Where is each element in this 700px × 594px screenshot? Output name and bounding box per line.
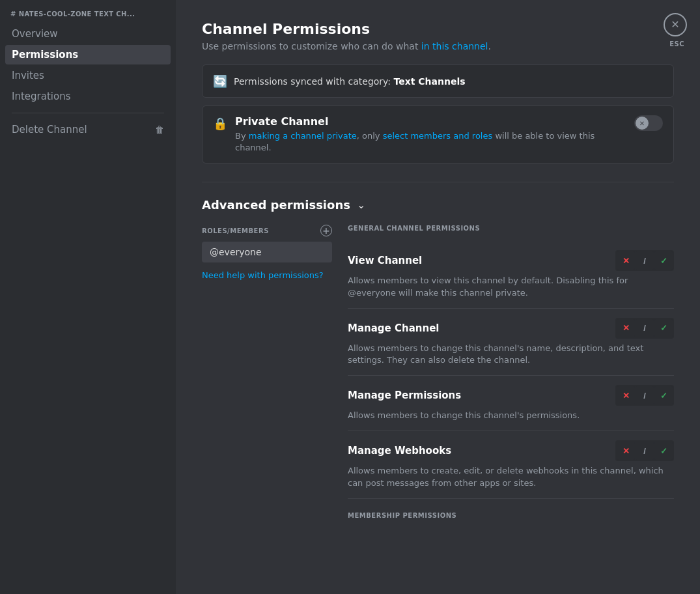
membership-permissions-label: MEMBERSHIP PERMISSIONS (348, 512, 674, 519)
perm-manage-channel-name: Manage Channel (348, 322, 439, 334)
perm-manage-webhooks-desc: Allows members to create, edit, or delet… (348, 465, 674, 488)
manage-channel-deny-button[interactable]: ✕ (617, 319, 635, 337)
manage-permissions-deny-button[interactable]: ✕ (617, 386, 635, 404)
permissions-list: GENERAL CHANNEL PERMISSIONS View Channel… (348, 225, 674, 518)
perm-manage-channel-buttons: ✕ / ✓ (615, 318, 674, 339)
private-channel-content: Private Channel By making a channel priv… (235, 115, 626, 154)
permissions-grid: ROLES/MEMBERS + @everyone Need help with… (202, 225, 674, 518)
perm-manage-permissions-row: Manage Permissions ✕ / ✓ (348, 385, 674, 406)
view-channel-deny-button[interactable]: ✕ (617, 251, 635, 270)
perm-view-channel-desc: Allows members to view this channel by d… (348, 275, 674, 298)
sidebar-item-permissions[interactable]: Permissions (5, 45, 171, 64)
perm-manage-webhooks: Manage Webhooks ✕ / ✓ Allows members to … (348, 431, 674, 498)
private-channel-title: Private Channel (235, 115, 626, 128)
general-channel-permissions-label: GENERAL CHANNEL PERMISSIONS (348, 225, 674, 232)
sidebar-item-label: Overview (12, 28, 58, 40)
sidebar-item-invites[interactable]: Invites (5, 66, 171, 85)
manage-webhooks-deny-button[interactable]: ✕ (617, 442, 635, 460)
close-button[interactable]: ✕ (664, 13, 687, 36)
perm-manage-channel-desc: Allows members to change this channel's … (348, 343, 674, 366)
main-content: ✕ ESC Channel Permissions Use permission… (176, 0, 700, 594)
manage-channel-neutral-button[interactable]: / (636, 319, 654, 337)
perm-manage-webhooks-row: Manage Webhooks ✕ / ✓ (348, 440, 674, 461)
trash-icon: 🗑 (155, 124, 164, 135)
perm-manage-permissions-name: Manage Permissions (348, 389, 461, 401)
sidebar-item-label: Permissions (12, 49, 78, 61)
manage-webhooks-allow-button[interactable]: ✓ (654, 442, 673, 460)
select-members-link[interactable]: select members and roles (383, 131, 493, 141)
subtitle-end: . (488, 41, 490, 51)
help-permissions-link[interactable]: Need help with permissions? (202, 270, 332, 280)
perm-view-channel-name: View Channel (348, 255, 422, 266)
sidebar-item-overview[interactable]: Overview (5, 24, 171, 44)
toggle-knob: ✕ (636, 117, 649, 130)
sync-text: Permissions synced with category: Text C… (234, 76, 466, 87)
close-icon: ✕ (671, 20, 679, 30)
perm-manage-permissions-buttons: ✕ / ✓ (615, 385, 674, 406)
advanced-permissions-title: Advanced permissions (202, 198, 350, 212)
private-channel-toggle[interactable]: ✕ (634, 115, 663, 131)
role-everyone[interactable]: @everyone (202, 242, 332, 262)
private-channel-card: 🔒 Private Channel By making a channel pr… (202, 106, 674, 163)
perm-view-channel: View Channel ✕ / ✓ Allows members to vie… (348, 241, 674, 308)
perm-manage-webhooks-buttons: ✕ / ✓ (615, 440, 674, 461)
making-channel-private-link[interactable]: making a channel private (249, 131, 357, 141)
sidebar-item-integrations[interactable]: Integrations (5, 87, 171, 106)
sync-icon: 🔄 (213, 74, 227, 88)
lock-icon: 🔒 (213, 117, 227, 130)
manage-permissions-allow-button[interactable]: ✓ (654, 386, 673, 404)
manage-webhooks-neutral-button[interactable]: / (636, 442, 654, 460)
delete-channel-label: Delete Channel (12, 124, 87, 135)
perm-manage-channel-row: Manage Channel ✕ / ✓ (348, 318, 674, 339)
roles-members-header: ROLES/MEMBERS + (202, 225, 332, 236)
perm-manage-webhooks-name: Manage Webhooks (348, 445, 451, 457)
view-channel-neutral-button[interactable]: / (636, 251, 654, 270)
sidebar-item-label: Invites (12, 70, 44, 81)
channel-header: # NATES-COOL-ZONE TEXT CH... (5, 8, 171, 23)
roles-members-panel: ROLES/MEMBERS + @everyone Need help with… (202, 225, 332, 518)
sidebar-item-delete-channel[interactable]: Delete Channel 🗑 (5, 120, 171, 139)
subtitle-text: Use permissions to customize who can do … (202, 41, 421, 51)
add-role-button[interactable]: + (320, 225, 332, 236)
roles-members-label: ROLES/MEMBERS (202, 227, 269, 234)
perm-view-channel-buttons: ✕ / ✓ (615, 250, 674, 271)
private-channel-desc: By making a channel private, only select… (235, 130, 626, 154)
page-subtitle: Use permissions to customize who can do … (202, 41, 674, 51)
sidebar-item-label: Integrations (12, 91, 70, 102)
sidebar: # NATES-COOL-ZONE TEXT CH... Overview Pe… (0, 0, 176, 594)
page-title: Channel Permissions (202, 21, 674, 37)
perm-manage-channel: Manage Channel ✕ / ✓ Allows members to c… (348, 309, 674, 376)
manage-channel-allow-button[interactable]: ✓ (654, 319, 673, 337)
section-divider (202, 182, 674, 182)
sidebar-divider (12, 113, 164, 113)
subtitle-highlight: in this channel (421, 41, 488, 51)
perm-view-channel-row: View Channel ✕ / ✓ (348, 250, 674, 271)
advanced-permissions-header: Advanced permissions ⌄ (202, 198, 674, 212)
sync-notice: 🔄 Permissions synced with category: Text… (202, 64, 674, 98)
perm-manage-permissions-desc: Allows members to change this channel's … (348, 410, 674, 421)
manage-permissions-neutral-button[interactable]: / (636, 386, 654, 404)
sync-category: Text Channels (394, 76, 466, 87)
esc-label: ESC (669, 40, 684, 48)
view-channel-allow-button[interactable]: ✓ (654, 251, 673, 270)
chevron-down-icon[interactable]: ⌄ (357, 199, 365, 211)
perm-manage-permissions: Manage Permissions ✕ / ✓ Allows members … (348, 376, 674, 431)
